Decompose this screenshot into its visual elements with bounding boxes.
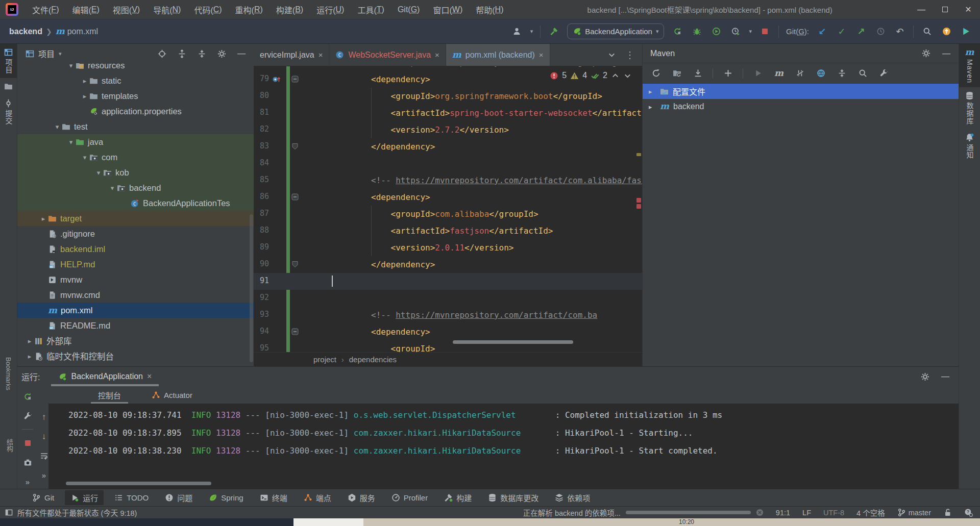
error-stripe-mark[interactable]: [636, 204, 641, 209]
breadcrumb-file[interactable]: mpom.xml: [56, 27, 98, 36]
stripe-item-notifications[interactable]: 通知: [959, 129, 980, 163]
maven-maven-goal-icon[interactable]: m: [773, 67, 785, 80]
project-tree-scrollbar[interactable]: [250, 214, 253, 362]
breadcrumb-root[interactable]: backend: [9, 27, 42, 36]
help-gear-icon[interactable]: ?: [964, 508, 973, 517]
stop-button[interactable]: [759, 26, 771, 38]
next-problem-icon[interactable]: [623, 71, 632, 80]
menu-文件[interactable]: 文件(F): [26, 0, 65, 19]
chevron-icon[interactable]: ▸: [39, 215, 48, 222]
profiler-button[interactable]: [729, 26, 742, 38]
toolwindow-button-运行[interactable]: 运行: [65, 490, 104, 505]
run-configuration-selector[interactable]: BackendApplication ▾: [567, 23, 664, 39]
tree-item-HELP.md[interactable]: MD HELP.md: [17, 257, 254, 272]
menu-编辑[interactable]: 编辑(E): [65, 0, 106, 19]
run-tab-控制台[interactable]: 控制台: [94, 386, 125, 404]
run-rerun-icon[interactable]: [21, 390, 34, 403]
collapse-all-icon[interactable]: [195, 47, 208, 60]
chevron-icon[interactable]: ▾: [66, 138, 76, 146]
prev-problem-icon[interactable]: [611, 71, 620, 80]
menu-窗口[interactable]: 窗口(W): [426, 0, 469, 19]
maven-offline-icon[interactable]: [815, 67, 827, 80]
tree-item-backend.iml[interactable]: backend.iml: [17, 241, 254, 257]
tree-item-test[interactable]: ▾ test: [17, 119, 254, 134]
git-commit-button[interactable]: ✓: [836, 26, 848, 38]
run-tab-Actuator[interactable]: Actuator: [148, 386, 197, 404]
tree-item-pom.xml[interactable]: m pom.xml: [17, 303, 254, 318]
stripe-item-commit[interactable]: 提交: [0, 95, 17, 129]
inspections-widget[interactable]: 5 4 2: [547, 69, 635, 82]
tree-item-target[interactable]: ▸ target: [17, 211, 254, 226]
close-icon[interactable]: ×: [147, 372, 152, 381]
tree-item-临时文件和控制台[interactable]: ▸ 临时文件和控制台: [17, 348, 254, 364]
tree-item-kob[interactable]: ▾ kob: [17, 165, 254, 180]
chevron-icon[interactable]: ▸: [25, 353, 34, 360]
tree-item-mvnw.cmd[interactable]: mvnw.cmd: [17, 287, 254, 303]
maven-search-icon[interactable]: [856, 67, 869, 80]
menu-导航[interactable]: 导航(N): [146, 0, 187, 19]
override-marker-icon[interactable]: [272, 74, 281, 83]
close-icon[interactable]: ×: [318, 51, 323, 59]
file-encoding[interactable]: UTF-8: [823, 509, 844, 517]
toolwindow-button-Git[interactable]: Git: [27, 491, 60, 504]
menu-构建[interactable]: 构建(B): [270, 0, 310, 19]
maven-refresh-icon[interactable]: [650, 67, 662, 80]
close-icon[interactable]: ×: [539, 51, 544, 59]
toolwindow-button-构建[interactable]: 构建: [438, 490, 477, 505]
tree-item-templates[interactable]: ▸ templates: [17, 88, 254, 104]
tree-item-外部库[interactable]: ▸ 外部库: [17, 333, 254, 348]
menu-帮助[interactable]: 帮助(H): [469, 0, 510, 19]
toolwindow-button-端点[interactable]: 端点: [298, 490, 337, 505]
tree-item-application.properties[interactable]: application.properties: [17, 104, 254, 119]
chevron-icon[interactable]: ▾: [80, 154, 89, 161]
chevron-icon[interactable]: ▸: [25, 337, 34, 345]
taskbar-item[interactable]: [293, 518, 363, 526]
maven-skip-tests-icon[interactable]: [794, 67, 806, 80]
history-button[interactable]: [874, 26, 887, 38]
status-vcs-message[interactable]: 所有文件都处于最新状态 (今天 9:18): [0, 507, 137, 518]
maven-node-backend[interactable]: ▸ m backend: [643, 99, 959, 114]
close-icon[interactable]: ×: [435, 51, 439, 59]
editor-horizontal-scrollbar[interactable]: [453, 340, 573, 344]
line-separator[interactable]: LF: [802, 509, 811, 517]
maximize-button[interactable]: [933, 0, 957, 19]
project-view-selector[interactable]: 项目 ▾: [26, 47, 62, 60]
fold-marker-icon[interactable]: [291, 261, 299, 268]
settings-icon[interactable]: [919, 370, 931, 383]
debug-button[interactable]: [691, 26, 703, 38]
breadcrumb-project[interactable]: project: [313, 355, 336, 364]
run-camera-icon[interactable]: [21, 456, 34, 468]
settings-icon[interactable]: [215, 47, 228, 60]
stripe-item-project[interactable]: 项目: [0, 44, 17, 78]
close-button[interactable]: ✕: [957, 0, 980, 19]
hide-icon[interactable]: —: [939, 370, 951, 383]
tree-item-resources[interactable]: ▾ resources: [17, 63, 254, 73]
unlock-icon[interactable]: [943, 508, 952, 517]
menu-工具[interactable]: 工具(T): [351, 0, 390, 19]
toolwindow-button-问题[interactable]: 问题: [159, 490, 198, 505]
chevron-icon[interactable]: ▾: [94, 169, 103, 177]
minimize-button[interactable]: —: [910, 0, 933, 19]
menu-Git[interactable]: Git(G): [391, 0, 427, 19]
toolwindow-button-数据库更改[interactable]: 数据库更改: [482, 490, 544, 505]
error-stripe-mark[interactable]: [636, 198, 641, 203]
fold-marker-icon[interactable]: [291, 76, 299, 83]
run-more-icon[interactable]: »: [21, 475, 34, 488]
stripe-item-folder[interactable]: [0, 78, 17, 95]
hidden-tabs-icon[interactable]: [607, 51, 616, 59]
maven-collapse-all-icon[interactable]: [836, 67, 848, 80]
stripe-item-database[interactable]: 数据库: [959, 87, 980, 129]
coverage-button[interactable]: [710, 26, 722, 38]
tree-item-README.md[interactable]: MD README.md: [17, 318, 254, 333]
maven-download-icon[interactable]: [692, 67, 704, 80]
tab-options-icon[interactable]: ⋮: [625, 49, 635, 61]
toolwindow-button-终端[interactable]: 终端: [254, 490, 293, 505]
tree-item-.gitignore[interactable]: .gitignore: [17, 226, 254, 241]
stripe-item-structure[interactable]: 结构: [5, 439, 14, 452]
console-horizontal-scrollbar[interactable]: [66, 482, 211, 485]
rollback-button[interactable]: ↶: [894, 26, 906, 38]
stripe-item-bookmarks[interactable]: Bookmarks: [5, 357, 12, 390]
tree-item-backend[interactable]: ▾ backend: [17, 180, 254, 195]
stripe-item-maven[interactable]: m Maven: [959, 44, 980, 87]
toolwindow-button-服务[interactable]: 服务: [342, 490, 381, 505]
